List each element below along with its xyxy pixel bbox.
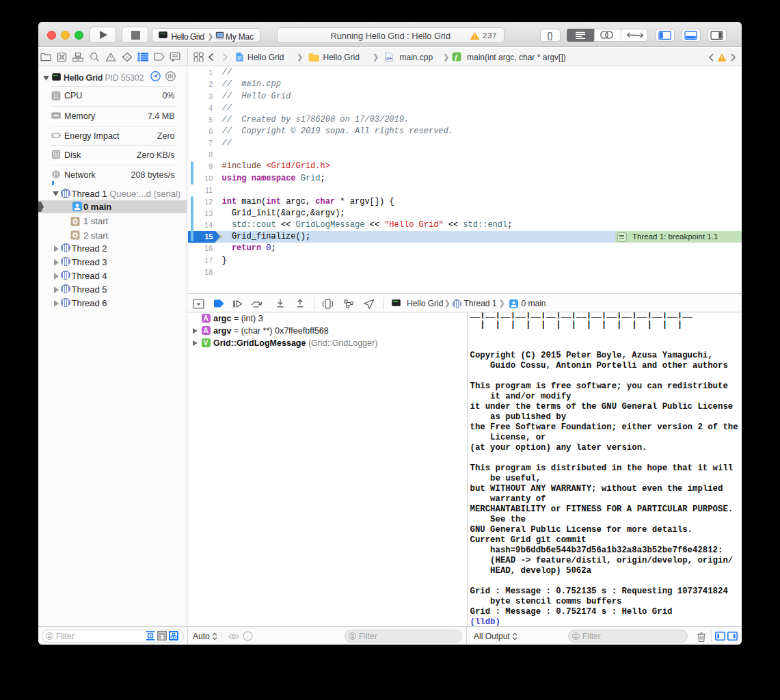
svg-text:+: + bbox=[389, 55, 392, 60]
svg-text:i: i bbox=[247, 633, 249, 640]
